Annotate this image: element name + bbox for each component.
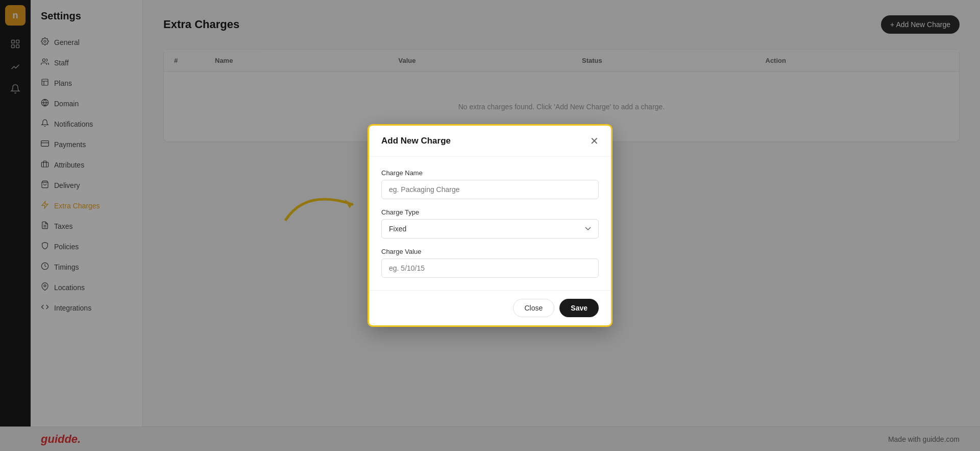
charge-value-label: Charge Value <box>381 248 599 255</box>
charge-name-label: Charge Name <box>381 169 599 177</box>
charge-value-group: Charge Value <box>381 248 599 278</box>
modal-overlay[interactable]: Add New Charge ✕ Charge Name Charge Type… <box>0 0 980 451</box>
modal-header: Add New Charge ✕ <box>369 126 611 157</box>
charge-value-input[interactable] <box>381 258 599 278</box>
charge-name-group: Charge Name <box>381 169 599 199</box>
close-button[interactable]: Close <box>513 299 555 317</box>
charge-type-select[interactable]: Fixed Percentage <box>381 219 599 239</box>
modal-footer: Close Save <box>369 290 611 325</box>
save-button[interactable]: Save <box>559 299 599 317</box>
modal-body: Charge Name Charge Type Fixed Percentage… <box>369 157 611 290</box>
charge-type-group: Charge Type Fixed Percentage <box>381 208 599 239</box>
modal-title: Add New Charge <box>381 136 451 146</box>
charge-type-label: Charge Type <box>381 208 599 216</box>
charge-name-input[interactable] <box>381 180 599 199</box>
modal-close-button[interactable]: ✕ <box>590 136 599 146</box>
add-charge-modal: Add New Charge ✕ Charge Name Charge Type… <box>368 124 612 327</box>
